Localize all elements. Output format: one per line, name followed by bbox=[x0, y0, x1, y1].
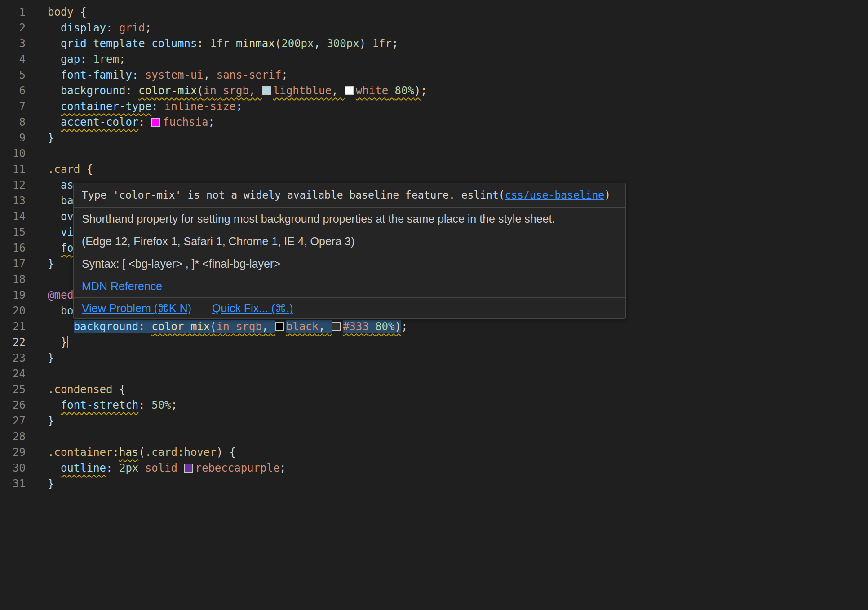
code-line-7[interactable]: 7 container-type: inline-size; bbox=[0, 99, 868, 115]
line-number[interactable]: 17 bbox=[0, 256, 48, 272]
code-token: : bbox=[138, 116, 151, 128]
line-number[interactable]: 2 bbox=[0, 20, 48, 36]
indent-guide bbox=[54, 115, 54, 130]
indent-guide bbox=[54, 209, 54, 225]
code-token: color-mix bbox=[138, 84, 197, 97]
indent-guide bbox=[54, 83, 54, 99]
code-token: solid bbox=[145, 462, 177, 474]
line-number[interactable]: 9 bbox=[0, 130, 48, 146]
code-token: srgb bbox=[236, 320, 262, 333]
indent-guide bbox=[54, 177, 54, 193]
code-token: ; bbox=[119, 53, 125, 66]
code-token: .container bbox=[48, 446, 113, 459]
code-token: display bbox=[61, 22, 106, 34]
code-line-28[interactable]: 28 bbox=[0, 429, 868, 445]
line-number[interactable]: 18 bbox=[0, 272, 48, 287]
code-token: , bbox=[332, 84, 345, 97]
diagnostic-row: Type 'color-mix' is not a widely availab… bbox=[74, 183, 625, 208]
line-number[interactable]: 19 bbox=[0, 287, 48, 303]
line-number[interactable]: 28 bbox=[0, 429, 48, 445]
line-number[interactable]: 10 bbox=[0, 146, 48, 162]
code-line-31[interactable]: 31} bbox=[0, 476, 868, 492]
color-swatch[interactable] bbox=[275, 322, 284, 331]
code-token bbox=[369, 320, 375, 333]
code-line-29[interactable]: 29.container:has(.card:hover) { bbox=[0, 445, 868, 460]
code-line-30[interactable]: 30 outline: 2px solid rebeccapurple; bbox=[0, 460, 868, 476]
line-number[interactable]: 13 bbox=[0, 193, 48, 209]
code-token: : bbox=[197, 37, 210, 50]
line-number[interactable]: 26 bbox=[0, 398, 48, 413]
code-line-3[interactable]: 3 grid-template-columns: 1fr minmax(200p… bbox=[0, 36, 868, 52]
line-number[interactable]: 5 bbox=[0, 67, 48, 83]
code-token: system-ui bbox=[145, 69, 204, 81]
color-swatch[interactable] bbox=[332, 322, 341, 331]
hover-docs: Shorthand property for setting most back… bbox=[74, 208, 625, 297]
code-token: } bbox=[48, 415, 54, 427]
line-number[interactable]: 4 bbox=[0, 52, 48, 67]
line-number[interactable]: 27 bbox=[0, 413, 48, 429]
diagnostic-rule-link[interactable]: css/use-baseline bbox=[505, 189, 605, 201]
code-line-21[interactable]: 21 background: color-mix(in srgb, black,… bbox=[0, 319, 868, 335]
code-line-24[interactable]: 24 bbox=[0, 366, 868, 382]
code-token: vi bbox=[61, 226, 74, 239]
code-token: @med bbox=[48, 289, 74, 301]
view-problem-action[interactable]: View Problem (⌘K N) bbox=[82, 301, 191, 315]
color-swatch[interactable] bbox=[345, 86, 354, 95]
code-line-5[interactable]: 5 font-family: system-ui, sans-serif; bbox=[0, 67, 868, 83]
line-number[interactable]: 1 bbox=[0, 4, 48, 20]
code-token bbox=[388, 84, 394, 97]
line-number[interactable]: 3 bbox=[0, 36, 48, 52]
code-token: ; bbox=[279, 462, 286, 474]
line-number[interactable]: 20 bbox=[0, 303, 48, 319]
code-line-8[interactable]: 8 accent-color: fuchsia; bbox=[0, 115, 868, 130]
code-line-27[interactable]: 27} bbox=[0, 413, 868, 429]
code-token: ( bbox=[210, 320, 216, 333]
code-line-23[interactable]: 23} bbox=[0, 350, 868, 366]
indent-guide bbox=[54, 99, 54, 115]
line-number[interactable]: 30 bbox=[0, 460, 48, 476]
color-swatch[interactable] bbox=[151, 118, 160, 127]
line-number[interactable]: 22 bbox=[0, 335, 48, 350]
line-number[interactable]: 11 bbox=[0, 162, 48, 177]
line-number[interactable]: 31 bbox=[0, 476, 48, 492]
line-number[interactable]: 24 bbox=[0, 366, 48, 382]
line-number[interactable]: 29 bbox=[0, 445, 48, 460]
line-number[interactable]: 23 bbox=[0, 350, 48, 366]
line-number[interactable]: 25 bbox=[0, 382, 48, 398]
code-line-2[interactable]: 2 display: grid; bbox=[0, 20, 868, 36]
code-token: in bbox=[217, 320, 230, 333]
code-token: ; bbox=[171, 399, 177, 411]
indent-guide bbox=[54, 335, 54, 350]
color-swatch[interactable] bbox=[262, 86, 271, 95]
code-line-22[interactable]: 22 } bbox=[0, 335, 868, 350]
line-number[interactable]: 15 bbox=[0, 225, 48, 240]
code-token: grid bbox=[119, 22, 145, 34]
code-token: rebeccapurple bbox=[195, 462, 279, 474]
color-swatch[interactable] bbox=[184, 464, 193, 473]
line-number[interactable]: 16 bbox=[0, 240, 48, 256]
line-number[interactable]: 12 bbox=[0, 177, 48, 193]
docs-browser-support: (Edge 12, Firefox 1, Safari 1, Chrome 1,… bbox=[82, 234, 617, 248]
line-number[interactable]: 6 bbox=[0, 83, 48, 99]
code-line-9[interactable]: 9} bbox=[0, 130, 868, 146]
code-line-1[interactable]: 1body { bbox=[0, 4, 868, 20]
line-number[interactable]: 21 bbox=[0, 319, 48, 335]
code-line-4[interactable]: 4 gap: 1rem; bbox=[0, 52, 868, 67]
line-number[interactable]: 14 bbox=[0, 209, 48, 225]
code-line-10[interactable]: 10 bbox=[0, 146, 868, 162]
code-line-25[interactable]: 25.condensed { bbox=[0, 382, 868, 398]
line-number[interactable]: 8 bbox=[0, 115, 48, 130]
mdn-reference-link[interactable]: MDN Reference bbox=[82, 279, 162, 293]
code-line-6[interactable]: 6 background: color-mix(in srgb, lightbl… bbox=[0, 83, 868, 99]
code-token: lightblue bbox=[273, 84, 332, 97]
quick-fix-action[interactable]: Quick Fix... (⌘.) bbox=[212, 301, 293, 315]
code-token: 200px bbox=[281, 37, 314, 50]
indent-guide bbox=[54, 240, 54, 256]
code-token: } bbox=[48, 477, 54, 490]
line-number[interactable]: 7 bbox=[0, 99, 48, 115]
code-token: ; bbox=[236, 100, 242, 113]
code-line-11[interactable]: 11.card { bbox=[0, 162, 868, 177]
diagnostic-source-close: ) bbox=[604, 189, 611, 201]
code-line-26[interactable]: 26 font-stretch: 50%; bbox=[0, 398, 868, 413]
indent-guide bbox=[54, 67, 54, 83]
